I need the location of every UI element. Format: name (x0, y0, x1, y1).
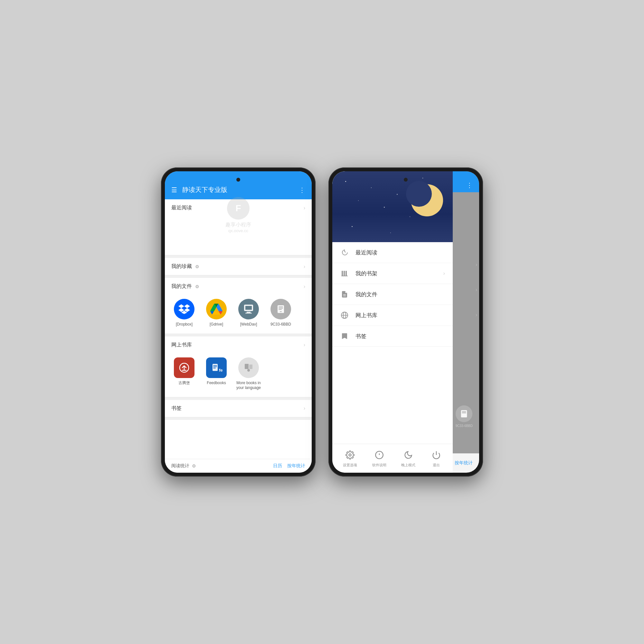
section-my-files-title: 我的文件 (171, 283, 192, 290)
phone2: ⋮ 9C33-6BBD › › › (328, 167, 483, 477)
bottom-bar: 阅读统计 ⚙ 日历 按年统计 (165, 459, 312, 473)
svg-rect-21 (245, 364, 249, 369)
section-recent-reading: 最近阅读 › (165, 199, 312, 255)
section-bookmarks-header[interactable]: 书签 › (165, 400, 312, 417)
drawer-menu: 最近阅读 我的书架 › (332, 242, 453, 444)
gutenberg-svg (178, 361, 191, 374)
phone2-bg-device: 9C33-6BBD (456, 405, 473, 428)
svg-rect-16 (213, 364, 218, 371)
dropbox-label: [Dropbox] (176, 322, 193, 327)
file-svg (341, 290, 348, 298)
chevron-right-icon: › (304, 405, 305, 411)
screen-container: ☰ 静读天下专业版 ⋮ F 趣享小程序 qx.oove.cc (155, 161, 489, 483)
app-header: ☰ 静读天下专业版 ⋮ (165, 171, 312, 199)
app-scroll[interactable]: F 趣享小程序 qx.oove.cc 最近阅读 › (165, 199, 312, 459)
section-my-collection: 我的珍藏 ⚙ › (165, 258, 312, 275)
phone1: ☰ 静读天下专业版 ⋮ F 趣享小程序 qx.oove.cc (161, 167, 316, 477)
star1 (345, 181, 346, 182)
right-chevron3: › (476, 312, 477, 318)
svg-rect-12 (279, 309, 282, 310)
drawer-night-mode-item[interactable]: 晚上模式 (401, 449, 415, 468)
webdav-svg (243, 303, 254, 315)
section-my-files: 我的文件 ⚙ › (165, 278, 312, 334)
bg-device-icon (456, 405, 472, 422)
list-item[interactable]: [WebDav] (236, 299, 261, 327)
svg-marker-0 (178, 304, 184, 308)
list-item[interactable]: fe Feedbooks (204, 357, 229, 391)
section-my-files-header[interactable]: 我的文件 ⚙ › (165, 278, 312, 295)
gutenberg-icon (174, 357, 194, 378)
recent-reading-empty (165, 216, 312, 255)
webdav-icon (238, 299, 259, 319)
gdrive-svg (210, 304, 223, 315)
collection-settings-icon[interactable]: ⚙ (195, 264, 199, 269)
info-svg (375, 450, 384, 459)
list-item[interactable]: More books in your language (236, 357, 261, 391)
list-item[interactable]: [Dropbox] (171, 299, 197, 327)
files-settings-icon[interactable]: ⚙ (195, 284, 199, 289)
section-my-files-left: 我的文件 ⚙ (171, 283, 199, 290)
gutenberg-label: 古腾堡 (178, 381, 190, 386)
drawer-info-item[interactable]: 软件说明 (372, 449, 386, 468)
star5 (358, 200, 359, 201)
list-item[interactable]: [Gdrive] (204, 299, 229, 327)
drawer-hero (332, 171, 453, 242)
svg-rect-25 (462, 412, 466, 412)
svg-rect-8 (245, 313, 252, 314)
gdrive-icon (206, 299, 227, 319)
section-recent-reading-header[interactable]: 最近阅读 › (165, 199, 312, 216)
svg-marker-1 (184, 304, 190, 308)
svg-rect-24 (461, 410, 467, 417)
section-bookmarks-title: 书签 (171, 405, 182, 412)
yearly-stats-link[interactable]: 按年统计 (287, 463, 305, 469)
settings-label: 设置选项 (343, 463, 357, 468)
feedbooks-icon: fe (206, 357, 227, 378)
drawer-item-bookshelf[interactable]: 我的书架 › (332, 263, 453, 284)
webdav-label: [WebDav] (240, 322, 257, 327)
drawer-item-bookmarks[interactable]: 书签 (332, 326, 453, 347)
drawer-item-online-library[interactable]: 网上书库 (332, 305, 453, 326)
moon (411, 184, 443, 216)
svg-rect-18 (213, 366, 217, 367)
bottom-bar-left: 阅读统计 ⚙ (171, 463, 196, 469)
phone2-screen: ⋮ 9C33-6BBD › › › (332, 171, 479, 473)
device-svg (276, 304, 286, 314)
bg-device-svg (459, 409, 469, 418)
drawer-item-my-files[interactable]: 我的文件 (332, 284, 453, 305)
settings-svg (346, 450, 355, 459)
divider1 (165, 255, 312, 258)
section-recent-reading-title: 最近阅读 (171, 204, 192, 211)
star4 (422, 178, 423, 178)
moon-cutout (406, 181, 432, 207)
calendar-link[interactable]: 日历 (273, 463, 282, 469)
bookshelf-svg (341, 270, 348, 277)
night-svg (404, 450, 413, 459)
more-icon[interactable]: ⋮ (299, 186, 305, 194)
drawer-settings-item[interactable]: 设置选项 (343, 449, 357, 468)
app-title: 静读天下专业版 (182, 185, 227, 194)
info-label: 软件说明 (372, 463, 386, 468)
my-files-content: [Dropbox] (165, 295, 312, 334)
star3 (397, 194, 398, 195)
drawer-item-recent-reading[interactable]: 最近阅读 (332, 242, 453, 263)
star6 (384, 207, 385, 208)
svg-point-23 (247, 369, 250, 372)
section-online-library: 网上书库 › (165, 336, 312, 397)
svg-rect-17 (213, 365, 217, 366)
globe-icon (340, 311, 349, 320)
history-svg (341, 249, 348, 256)
gdrive-label: [Gdrive] (210, 322, 223, 327)
section-online-library-header[interactable]: 网上书库 › (165, 336, 312, 354)
section-my-collection-header[interactable]: 我的珍藏 ⚙ › (165, 258, 312, 275)
section-bookmarks: 书签 › (165, 400, 312, 417)
reading-stats-settings-icon[interactable]: ⚙ (192, 463, 196, 469)
menu-icon[interactable]: ☰ (171, 186, 177, 194)
list-item[interactable]: 古腾堡 (171, 357, 197, 391)
divider5 (165, 417, 312, 420)
power-svg (432, 450, 441, 459)
svg-rect-30 (341, 276, 348, 276)
list-item[interactable]: 9C33-6BBD (268, 299, 294, 327)
drawer-exit-item[interactable]: 退出 (431, 449, 442, 468)
library-icon-grid: 古腾堡 fe (171, 357, 305, 391)
svg-point-36 (349, 454, 351, 456)
